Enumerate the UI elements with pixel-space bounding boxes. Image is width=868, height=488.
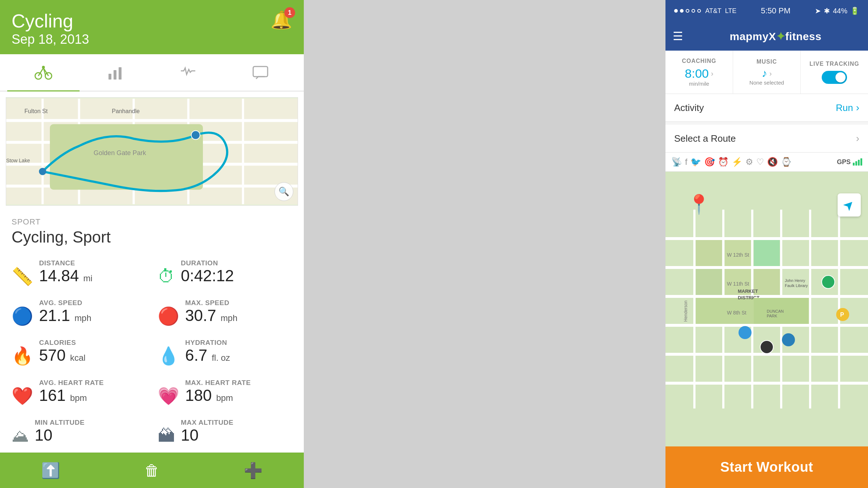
app-logo: mapmyX✦fitness xyxy=(690,30,861,43)
max-altitude-value: 10 xyxy=(181,427,233,444)
stats-grid: 📏 DISTANCE 14.84 mi ⏱ DURATION 0:42:12 🔵… xyxy=(0,253,304,453)
live-tracking-item[interactable]: LIVE TRACKING xyxy=(801,51,868,94)
share-icon: ⬆️ xyxy=(41,462,60,479)
target-icon[interactable]: 🎯 xyxy=(704,157,715,167)
sport-value: Cycling, Sport xyxy=(0,228,304,253)
workout-date: Sep 18, 2013 xyxy=(12,32,89,47)
signal-dot-3 xyxy=(686,9,689,13)
svg-rect-3 xyxy=(109,74,111,80)
coaching-value-row: 8:00 › xyxy=(685,67,714,81)
svg-text:Henderson: Henderson xyxy=(683,300,688,322)
feature-row: COACHING 8:00 › min/mile MUSIC ♪ › None … xyxy=(665,51,868,94)
audio-icon[interactable]: 🔇 xyxy=(767,157,778,167)
status-right-icons: ➤ ✱ 44% 🔋 xyxy=(815,7,859,15)
route-label: Select a Route xyxy=(674,133,736,144)
middle-gap xyxy=(304,0,665,488)
avg-speed-value: 21.1 mph xyxy=(39,307,92,324)
svg-rect-39 xyxy=(754,240,780,266)
twitter-icon[interactable]: 🐦 xyxy=(690,157,701,167)
gps-bar-4 xyxy=(860,158,862,166)
navigate-button[interactable] xyxy=(838,193,861,217)
gps-label: GPS xyxy=(837,158,851,166)
activity-row[interactable]: Activity Run › xyxy=(665,94,868,122)
tab-comments[interactable] xyxy=(224,54,297,91)
left-footer: ⬆️ 🗑 ➕ xyxy=(0,453,304,488)
svg-text:PARK: PARK xyxy=(767,314,778,318)
facebook-icon[interactable]: f xyxy=(685,157,688,167)
svg-point-55 xyxy=(739,326,752,339)
distance-label: DISTANCE xyxy=(39,259,93,267)
network-type: LTE xyxy=(725,7,737,15)
toggle-container xyxy=(822,71,847,84)
heart-fav-icon[interactable]: ♡ xyxy=(756,157,764,167)
flame-icon: 🔥 xyxy=(12,347,33,365)
tab-heartrate[interactable] xyxy=(152,54,224,91)
svg-text:Panhandle: Panhandle xyxy=(112,108,140,114)
speedometer-icon: 🔵 xyxy=(12,308,33,325)
min-altitude-label: MIN ALTITUDE xyxy=(35,419,85,427)
stat-calories: 🔥 CALORIES 570 kcal xyxy=(6,333,152,373)
music-chevron: › xyxy=(769,69,772,78)
signal-dot-5 xyxy=(697,9,701,13)
svg-point-58 xyxy=(822,275,835,288)
duration-label: DURATION xyxy=(181,259,234,267)
svg-point-20 xyxy=(191,131,200,140)
svg-rect-40 xyxy=(696,269,722,295)
zoom-button[interactable]: 🔍 xyxy=(275,182,293,201)
avg-speed-label: AVG. SPEED xyxy=(39,299,92,307)
heart-icon: ❤️ xyxy=(12,388,33,405)
stat-max-altitude: 🏔 MAX ALTITUDE 10 xyxy=(152,413,298,453)
svg-text:Stow Lake: Stow Lake xyxy=(6,158,30,163)
start-workout-button[interactable]: Start Workout xyxy=(665,446,868,488)
coaching-sub: min/mile xyxy=(689,81,709,87)
gear-icon[interactable]: ⚙ xyxy=(745,157,753,167)
notification-bell[interactable]: 🔔 1 xyxy=(271,10,292,32)
svg-point-2 xyxy=(42,66,45,69)
svg-point-57 xyxy=(782,333,795,346)
svg-text:W 11th St: W 11th St xyxy=(727,281,749,287)
battery-text: 44% xyxy=(833,7,847,15)
toggle-knob xyxy=(835,72,846,82)
music-sub: None selected xyxy=(749,80,784,86)
left-panel: Cycling Sep 18, 2013 🔔 1 xyxy=(0,0,304,488)
carrier-name: AT&T xyxy=(705,7,722,15)
svg-point-19 xyxy=(39,168,46,175)
bluetooth-icon: ✱ xyxy=(824,7,830,15)
svg-text:John Henry: John Henry xyxy=(785,278,805,283)
watch-icon[interactable]: ⌚ xyxy=(781,157,792,167)
signal-dot-4 xyxy=(692,9,695,13)
music-item[interactable]: MUSIC ♪ › None selected xyxy=(733,51,801,94)
signal-indicators: AT&T LTE xyxy=(674,7,736,15)
menu-button[interactable]: ☰ xyxy=(673,29,683,43)
delete-button[interactable]: 🗑 xyxy=(101,462,203,479)
tab-stats[interactable] xyxy=(80,54,152,91)
max-speed-label: MAX. SPEED xyxy=(185,299,238,307)
stat-avg-hr: ❤️ AVG. HEART RATE 161 bpm xyxy=(6,373,152,413)
music-note-icon: ♪ xyxy=(762,67,767,80)
add-button[interactable]: ➕ xyxy=(203,462,304,479)
select-route-row[interactable]: Select a Route › xyxy=(665,125,868,153)
mountain-max-icon: 🏔 xyxy=(158,427,175,445)
music-label: MUSIC xyxy=(757,59,777,65)
signal-dot-2 xyxy=(680,9,684,13)
svg-rect-17 xyxy=(50,124,203,189)
live-tracking-toggle[interactable] xyxy=(822,71,847,84)
coaching-item[interactable]: COACHING 8:00 › min/mile xyxy=(665,51,733,94)
share-button[interactable]: ⬆️ xyxy=(0,462,101,479)
activity-value: Run xyxy=(836,102,853,114)
clock-icon[interactable]: ⏰ xyxy=(718,157,729,167)
activity-value-row: Run › xyxy=(836,102,859,114)
tab-cycling[interactable] xyxy=(7,54,80,91)
max-hr-value: 180 bpm xyxy=(185,387,251,404)
distance-value: 14.84 mi xyxy=(39,267,93,284)
location-pin: 📍 xyxy=(687,193,711,215)
svg-rect-5 xyxy=(119,67,122,80)
podcast-icon[interactable]: 📡 xyxy=(671,157,682,167)
gps-bars xyxy=(853,158,862,166)
logo-star: ✦ xyxy=(776,30,786,42)
location-icon: ➤ xyxy=(815,7,821,15)
avg-hr-value: 161 bpm xyxy=(39,387,104,404)
svg-rect-6 xyxy=(253,67,268,77)
max-hr-label: MAX. HEART RATE xyxy=(185,379,251,387)
lightning-icon[interactable]: ⚡ xyxy=(732,157,743,167)
